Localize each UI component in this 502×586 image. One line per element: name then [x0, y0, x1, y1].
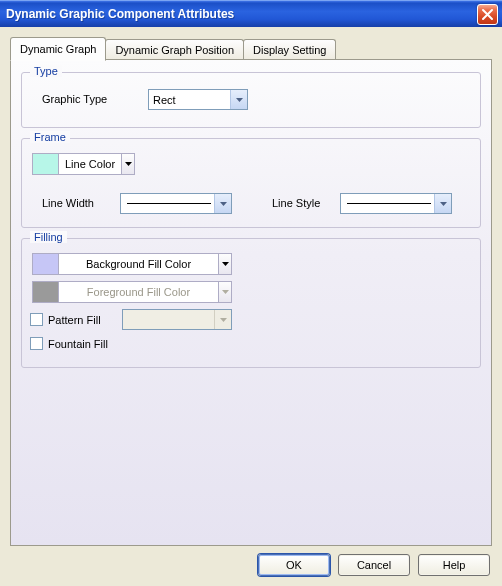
- group-frame-legend: Frame: [30, 131, 70, 143]
- checkbox-box: [30, 337, 43, 350]
- client-area: Dynamic Graph Dynamic Graph Position Dis…: [0, 27, 502, 586]
- help-button[interactable]: Help: [418, 554, 490, 576]
- foreground-fill-label: Foreground Fill Color: [59, 286, 218, 298]
- checkbox-box: [30, 313, 43, 326]
- pattern-fill-checkbox[interactable]: Pattern Fill: [30, 313, 101, 326]
- chevron-down-icon: [214, 310, 231, 329]
- tab-label: Display Setting: [253, 44, 326, 56]
- tab-display-setting[interactable]: Display Setting: [243, 39, 336, 59]
- tab-page: Type Graphic Type Rect Frame Line Color …: [10, 59, 492, 546]
- tab-dynamic-graph-position[interactable]: Dynamic Graph Position: [105, 39, 244, 59]
- group-filling-legend: Filling: [30, 231, 67, 243]
- tab-strip: Dynamic Graph Dynamic Graph Position Dis…: [10, 37, 335, 59]
- pattern-fill-label: Pattern Fill: [48, 314, 101, 326]
- tab-label: Dynamic Graph: [20, 43, 96, 55]
- group-type: Type Graphic Type Rect: [21, 72, 481, 128]
- background-fill-swatch: [33, 254, 59, 274]
- line-style-combo[interactable]: [340, 193, 452, 214]
- button-label: OK: [286, 559, 302, 571]
- ok-button[interactable]: OK: [258, 554, 330, 576]
- line-style-label: Line Style: [272, 197, 320, 209]
- close-icon: [480, 7, 495, 22]
- graphic-type-combo[interactable]: Rect: [148, 89, 248, 110]
- graphic-type-value: Rect: [153, 94, 176, 106]
- line-width-combo[interactable]: [120, 193, 232, 214]
- group-filling: Filling Background Fill Color Foreground…: [21, 238, 481, 368]
- line-color-label: Line Color: [59, 158, 121, 170]
- chevron-down-icon: [434, 194, 451, 213]
- line-color-swatch: [33, 154, 59, 174]
- pattern-fill-combo: [122, 309, 232, 330]
- foreground-fill-color-control: Foreground Fill Color: [32, 281, 232, 303]
- fountain-fill-label: Fountain Fill: [48, 338, 108, 350]
- tab-label: Dynamic Graph Position: [115, 44, 234, 56]
- group-frame: Frame Line Color Line Width Line Style: [21, 138, 481, 228]
- window-title: Dynamic Graphic Component Attributes: [6, 7, 234, 21]
- button-label: Cancel: [357, 559, 391, 571]
- line-width-sample: [127, 203, 211, 204]
- close-button[interactable]: [477, 4, 498, 25]
- fountain-fill-checkbox[interactable]: Fountain Fill: [30, 337, 108, 350]
- group-type-legend: Type: [30, 65, 62, 77]
- line-color-control[interactable]: Line Color: [32, 153, 135, 175]
- background-fill-label: Background Fill Color: [59, 258, 218, 270]
- foreground-fill-swatch: [33, 282, 59, 302]
- chevron-down-icon: [218, 282, 231, 302]
- graphic-type-label: Graphic Type: [42, 93, 107, 105]
- title-bar: Dynamic Graphic Component Attributes: [0, 0, 502, 27]
- line-width-label: Line Width: [42, 197, 94, 209]
- background-fill-color-control[interactable]: Background Fill Color: [32, 253, 232, 275]
- chevron-down-icon: [230, 90, 247, 109]
- dialog-button-row: OK Cancel Help: [258, 554, 490, 576]
- line-style-sample: [347, 203, 431, 204]
- chevron-down-icon: [214, 194, 231, 213]
- tab-dynamic-graph[interactable]: Dynamic Graph: [10, 37, 106, 61]
- button-label: Help: [443, 559, 466, 571]
- cancel-button[interactable]: Cancel: [338, 554, 410, 576]
- chevron-down-icon: [121, 154, 134, 174]
- chevron-down-icon: [218, 254, 231, 274]
